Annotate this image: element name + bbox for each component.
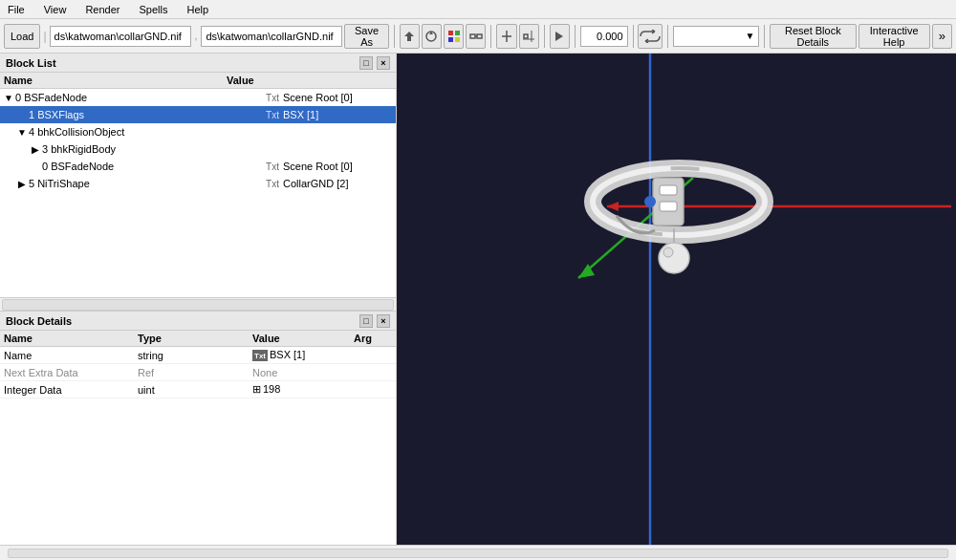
det-value: TxtBSX [1]	[252, 349, 354, 362]
det-type: Ref	[138, 367, 252, 378]
toolbar-icon-4[interactable]	[466, 24, 486, 49]
tree-node-value: Scene Root [0]	[279, 161, 394, 172]
block-list-title: Block List	[6, 57, 56, 69]
svg-rect-2	[455, 31, 460, 35]
col-name: Name	[4, 75, 169, 86]
block-details-title: Block Details	[6, 315, 72, 327]
sep3	[544, 25, 545, 48]
toolbar-combo[interactable]: ▼	[673, 26, 759, 47]
svg-point-28	[644, 196, 656, 207]
tree-row[interactable]: 0 BSFadeNodeTxtScene Root [0]	[0, 158, 396, 175]
block-details-close-icon[interactable]: ×	[377, 314, 390, 328]
menu-render[interactable]: Render	[79, 2, 125, 17]
load-button[interactable]: Load	[4, 24, 40, 49]
block-list-panel: Block List □ × Name Value ▼0 BSFadeNodeT…	[0, 54, 396, 312]
reset-block-details-button[interactable]: Reset Block Details	[770, 24, 856, 49]
menu-bar: File View Render Spells Help	[0, 0, 956, 19]
det-name: Name	[4, 350, 138, 361]
det-type: string	[138, 350, 252, 361]
block-details-columns: Name Type Value Arg	[0, 331, 396, 347]
status-bar	[0, 545, 956, 560]
tree-expander[interactable]: ▶	[15, 179, 29, 189]
block-details-header: Block Details □ ×	[0, 312, 396, 331]
svg-rect-5	[470, 34, 475, 38]
menu-file[interactable]: File	[2, 2, 31, 17]
path-input-2[interactable]	[201, 26, 342, 47]
tree-node-type: Txt	[250, 179, 279, 189]
interactive-help-button[interactable]: Interactive Help	[858, 24, 930, 49]
sep6	[667, 25, 668, 48]
tree-expander[interactable]: ▶	[29, 144, 42, 155]
tree-node-value: Scene Root [0]	[279, 92, 394, 103]
tree-node-type: Txt	[250, 110, 279, 120]
det-name: Integer Data	[4, 384, 138, 396]
scene-container	[397, 54, 956, 560]
block-details-table[interactable]: Name string TxtBSX [1] Next Extra Data R…	[0, 347, 396, 560]
tree-row[interactable]: ▶5 NiTriShapeTxtCollarGND [2]	[0, 175, 396, 192]
status-scrollbar[interactable]	[8, 549, 948, 558]
toolbar-icon-grid[interactable]	[519, 24, 539, 49]
block-details-float-icon[interactable]: □	[359, 314, 373, 328]
svg-marker-13	[555, 32, 563, 41]
block-list-tree[interactable]: ▼0 BSFadeNodeTxtScene Root [0]1 BSXFlags…	[0, 89, 396, 297]
tree-expander[interactable]: ▼	[2, 93, 15, 103]
toolbar-icon-arrows[interactable]	[496, 24, 516, 49]
viewport-3d[interactable]	[397, 54, 956, 560]
block-list-float-icon[interactable]: □	[359, 56, 373, 70]
tree-expander[interactable]: ▼	[15, 127, 29, 138]
hscrollbar-track[interactable]	[2, 299, 394, 311]
toolbar: Load | , Save As ▼ Reset Block Details I…	[0, 19, 956, 54]
tree-row[interactable]: 1 BSXFlagsTxtBSX [1]	[0, 106, 396, 123]
sep2	[490, 25, 491, 48]
menu-view[interactable]: View	[38, 2, 73, 17]
tree-node-value: CollarGND [2]	[279, 178, 394, 189]
tree-node-name: 1 BSXFlags	[29, 109, 250, 120]
toolbar-play-button[interactable]	[550, 24, 570, 49]
value-type-icon: ⊞	[252, 383, 261, 395]
tree-row[interactable]: ▶3 bhkRigidBody	[0, 140, 396, 158]
details-row[interactable]: Name string TxtBSX [1]	[0, 347, 396, 364]
toolbar-icon-2[interactable]	[422, 24, 442, 49]
tree-node-name: 3 bhkRigidBody	[42, 143, 250, 155]
tree-node-value: BSX [1]	[279, 109, 394, 120]
col-value: Value	[227, 75, 392, 86]
tree-row[interactable]: ▼4 bhkCollisionObject	[0, 123, 396, 140]
svg-point-26	[663, 248, 673, 257]
svg-rect-10	[524, 34, 528, 38]
block-list-header-icons: □ ×	[359, 56, 390, 70]
det-name: Next Extra Data	[4, 367, 138, 378]
details-row[interactable]: Next Extra Data Ref None	[0, 364, 396, 381]
toolbar-icon-loop[interactable]	[638, 24, 663, 49]
sep5	[633, 25, 634, 48]
tree-node-name: 0 BSFadeNode	[42, 161, 250, 172]
tree-node-name: 4 bhkCollisionObject	[29, 126, 250, 138]
svg-rect-22	[660, 185, 677, 195]
det-col-name: Name	[4, 333, 138, 344]
sep1	[394, 25, 395, 48]
svg-rect-3	[448, 37, 453, 42]
block-details-header-icons: □ ×	[359, 314, 390, 328]
toolbar-icon-1[interactable]	[400, 24, 420, 49]
save-as-button[interactable]: Save As	[344, 24, 388, 49]
toolbar-chevron[interactable]: »	[932, 24, 952, 49]
details-row[interactable]: Integer Data uint ⊞198	[0, 381, 396, 398]
number-input[interactable]	[580, 26, 628, 47]
svg-rect-1	[448, 31, 453, 35]
menu-spells[interactable]: Spells	[133, 2, 173, 17]
tree-node-type: Txt	[250, 162, 279, 172]
value-type-icon: Txt	[252, 350, 268, 361]
tree-node-name: 5 NiTriShape	[29, 178, 250, 189]
svg-rect-23	[660, 202, 677, 211]
block-list-close-icon[interactable]: ×	[377, 56, 390, 70]
det-value: None	[252, 367, 354, 378]
sep7	[764, 25, 765, 48]
svg-rect-6	[477, 34, 482, 38]
block-list-hscroll[interactable]	[0, 297, 396, 311]
path-input-1[interactable]	[50, 26, 191, 47]
tree-row[interactable]: ▼0 BSFadeNodeTxtScene Root [0]	[0, 89, 396, 106]
det-col-type: Type	[138, 333, 252, 344]
menu-help[interactable]: Help	[181, 2, 214, 17]
tree-node-type: Txt	[250, 93, 279, 103]
svg-point-25	[659, 243, 689, 273]
toolbar-icon-3[interactable]	[444, 24, 464, 49]
